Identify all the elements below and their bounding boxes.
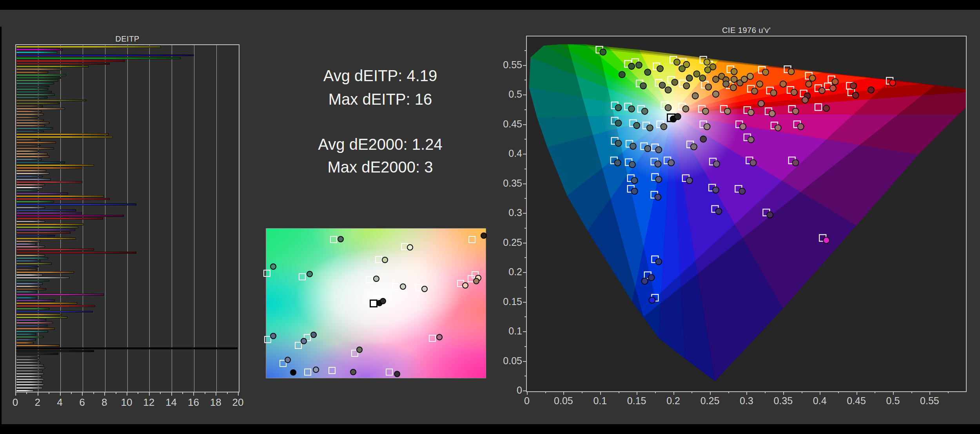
measured-point (674, 59, 680, 65)
deitp-bar (16, 277, 69, 279)
deitp-bar (16, 223, 84, 225)
avg-deitp-value: Avg dEITP: 4.19 (251, 66, 510, 85)
measured-point (270, 333, 276, 339)
deitp-bar (16, 302, 77, 304)
deitp-bar (16, 328, 55, 330)
x-axis-tick (38, 392, 38, 396)
deitp-bar (16, 60, 125, 62)
deitp-bar (16, 158, 42, 160)
cie-y-tick-label: 0.1 (479, 325, 522, 337)
x-tick-label: 4 (57, 396, 62, 409)
cie-y-tick (523, 361, 526, 362)
deitp-bar (16, 294, 104, 296)
deitp-bar (16, 254, 45, 256)
measured-point (741, 76, 748, 82)
cie-x-tick (600, 392, 601, 395)
measured-point (823, 105, 829, 111)
calibration-report: DEITP 02468101214161820 Avg dEITP: 4.19 … (0, 0, 980, 434)
letterbox-top (0, 0, 980, 10)
measured-point (661, 123, 667, 130)
measured-point (628, 63, 635, 69)
left-edge-strip (0, 27, 2, 424)
cie-x-tick-label: 0 (524, 395, 530, 407)
deitp-bar (16, 342, 34, 344)
measured-point (850, 83, 857, 89)
lab-gamut-panel (266, 228, 486, 378)
measured-point (702, 108, 709, 114)
cie-y-tick (524, 139, 526, 140)
measured-point (823, 237, 829, 243)
deitp-bar (16, 319, 46, 321)
deitp-bar (16, 280, 49, 282)
measured-point (704, 123, 710, 130)
deitp-bar (16, 57, 181, 59)
measured-point (615, 120, 622, 126)
x-axis-tick (171, 392, 172, 396)
target-square (330, 236, 337, 243)
measured-point (793, 108, 799, 114)
measured-point (632, 188, 638, 194)
cie-y-tick-label: 0.5 (479, 89, 522, 100)
deitp-bar (16, 102, 60, 104)
cie-y-tick-label: 0.2 (479, 266, 522, 278)
measured-point (655, 147, 662, 153)
x-axis-tick (93, 392, 94, 394)
deitp-bar (16, 291, 37, 293)
deitp-bar (16, 88, 48, 90)
cie-x-tick (857, 392, 857, 395)
measured-point (436, 334, 443, 340)
target-square (328, 367, 336, 374)
cie-y-tick (524, 109, 526, 110)
x-tick-label: 8 (102, 396, 107, 409)
measured-point (356, 347, 363, 353)
deitp-bar (16, 263, 52, 265)
deitp-bar (16, 133, 109, 135)
deitp-bar (16, 274, 43, 276)
cie-x-tick (746, 392, 747, 395)
deitp-bar (16, 232, 71, 234)
cie-chart-title: CIE 1976 u'v' (526, 26, 967, 35)
deitp-bar (16, 359, 38, 361)
cie-x-tick (673, 392, 674, 395)
deitp-bar (16, 353, 58, 355)
grid-line (105, 45, 105, 392)
measured-point (675, 113, 681, 120)
deitp-bar (16, 203, 136, 205)
measured-point (806, 81, 812, 87)
cie-plot-area (526, 36, 967, 392)
measured-point (285, 357, 291, 363)
deitp-bar (16, 46, 161, 48)
cie-y-tick (524, 50, 526, 51)
measured-point (655, 194, 661, 200)
cie-y-tick (524, 287, 526, 288)
cie-y-tick-label: 0.4 (479, 148, 522, 159)
measured-point (665, 87, 671, 93)
deitp-bar (16, 113, 44, 115)
deitp-bar (16, 164, 94, 166)
measured-point (757, 81, 763, 87)
deitp-bar (16, 240, 40, 242)
measured-point (762, 69, 769, 75)
measured-point (679, 65, 685, 72)
cie-x-tick-label: 0.4 (813, 395, 827, 407)
measured-point (748, 136, 754, 143)
measured-point (628, 106, 635, 112)
max-deitp-value: Max dEITP: 16 (251, 90, 510, 109)
deitp-bar (16, 108, 65, 110)
deitp-bar (16, 305, 95, 307)
cie-x-tick (929, 392, 930, 395)
measured-point (730, 84, 737, 91)
cie-x-tick-label: 0.15 (627, 395, 646, 407)
deitp-bar (16, 49, 63, 51)
measured-point (713, 187, 719, 193)
cie-x-tick (710, 392, 711, 395)
cie-x-tick (637, 392, 637, 395)
deitp-bar (16, 384, 44, 386)
cie-x-tick (563, 392, 564, 395)
x-axis-tick (26, 392, 27, 394)
cie-y-tick (524, 376, 526, 376)
measured-point (644, 145, 651, 152)
deitp-bar (16, 173, 49, 174)
measured-point (751, 88, 758, 94)
measured-point (350, 369, 356, 375)
